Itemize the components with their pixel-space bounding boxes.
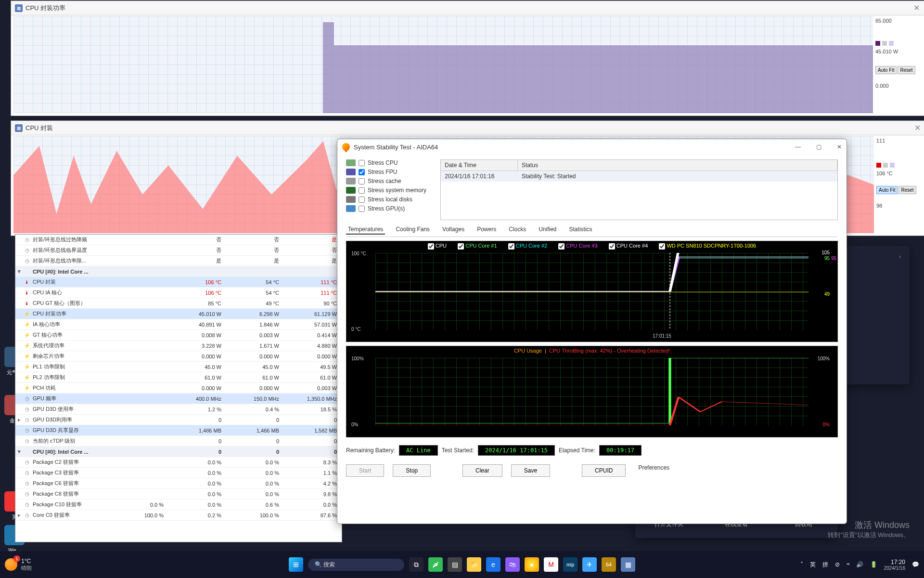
mcafee-icon[interactable]: M <box>544 557 558 572</box>
hw-row[interactable]: ⚡系统代理功率3.228 W1.671 W4.880 W <box>15 341 342 351</box>
hw-row[interactable]: ◷GPU D3D 共享显存1,486 MB1,466 MB1,582 MB <box>15 425 342 436</box>
window-titlebar[interactable]: ▦ CPU 封装功率 ✕ <box>11 1 924 15</box>
legend-value: 106 °C <box>876 171 924 176</box>
tray-lang[interactable]: 英 <box>810 561 816 569</box>
window-titlebar[interactable]: ▦ CPU 封装 ✕ <box>11 121 924 135</box>
cpuid-button[interactable]: CPUID <box>582 464 626 477</box>
hw-row[interactable]: ◷封装/环形总线功率限...是是是 <box>15 256 342 266</box>
tab-unified[interactable]: Unified <box>537 225 558 235</box>
hwinfo-taskbar-icon[interactable]: ▦ <box>621 557 635 572</box>
hw-row[interactable]: ◷GPU D3D 使用率1.2 %0.4 %18.5 % <box>15 404 342 415</box>
reset-button[interactable]: Reset <box>898 66 915 74</box>
hw-section-header[interactable]: ▾CPU [#0]: Intel Core ... <box>15 266 342 277</box>
hw-row[interactable]: ◷封装/环形总线临界温度否否否 <box>15 245 342 256</box>
hw-row[interactable]: 🌡CPU GT 核心（图形）85 °C49 °C90 °C <box>15 298 342 309</box>
status-row: Remaining Battery: AC Line Test Started:… <box>346 445 838 456</box>
stress-disk-checkbox[interactable]: Stress local disks <box>346 196 437 203</box>
explorer-icon[interactable]: 📁 <box>467 557 481 572</box>
y-max: 100 °C <box>351 251 366 256</box>
app-icon[interactable]: ▤ <box>448 557 462 572</box>
hw-row[interactable]: ▸◷GPU D3D利用率000 <box>15 415 342 425</box>
hw-row[interactable]: ◷Package C2 驻留率0.0 %0.0 %8.3 % <box>15 457 342 468</box>
autofit-button[interactable]: Auto Fit <box>876 186 898 194</box>
elapsed-label: Elapsed Time: <box>559 447 595 454</box>
task-view-icon[interactable]: ⧉ <box>409 557 424 572</box>
hw-row[interactable]: ⚡剩余芯片功率0.000 W0.000 W0.000 W <box>15 351 342 362</box>
hw-row[interactable]: ◷Package C3 驻留率0.0 %0.0 %1.1 % <box>15 468 342 478</box>
tray-network-icon[interactable]: ⊘ <box>835 561 840 568</box>
tab-clocks[interactable]: Clocks <box>507 225 528 235</box>
legend-wd[interactable]: WD PC SN810 SDCPNRY-1T00-1006 <box>654 243 761 249</box>
tray-battery-icon[interactable]: 🔋 <box>870 561 877 568</box>
hw-row[interactable]: ⚡PL2 功率限制61.0 W61.0 W61.0 W <box>15 372 342 383</box>
tab-statistics[interactable]: Statistics <box>567 225 594 235</box>
autofit-button[interactable]: Auto Fit <box>875 66 897 74</box>
save-button[interactable]: Save <box>511 464 550 477</box>
hw-row[interactable]: ◷当前的 cTDP 级别000 <box>15 436 342 447</box>
tab-voltages[interactable]: Voltages <box>440 225 466 235</box>
legend-core4[interactable]: CPU Core #4 <box>604 243 653 249</box>
stress-memory-checkbox[interactable]: Stress system memory <box>346 187 437 194</box>
hw-row[interactable]: ⚡PL1 功率限制45.0 W45.0 W49.5 W <box>15 362 342 372</box>
maximize-icon[interactable]: ▢ <box>816 144 821 150</box>
legend-core1[interactable]: CPU Core #1 <box>453 243 501 249</box>
stress-fpu-checkbox[interactable]: Stress FPU <box>346 169 437 175</box>
tab-temperatures[interactable]: Temperatures <box>346 225 385 235</box>
hw-row[interactable]: ◷Package C6 驻留率0.0 %0.0 %4.2 % <box>15 478 342 489</box>
weather-widget[interactable]: 1 1°C晴朗 <box>5 558 32 572</box>
hw-row[interactable]: ⚡CPU 封装功率45.010 W6.298 W61.129 W <box>15 309 342 319</box>
hw-row[interactable]: ◷Package C8 驻留率0.0 %0.0 %9.8 % <box>15 489 342 499</box>
window-titlebar[interactable]: System Stability Test - AIDA64 — ▢ ✕ <box>337 139 847 155</box>
stress-cache-checkbox[interactable]: Stress cache <box>346 178 437 184</box>
tray-clock[interactable]: 17:20 2024/1/16 <box>884 559 906 571</box>
legend-swatch <box>882 41 887 46</box>
tray-notification-icon[interactable]: 💬 <box>912 561 919 568</box>
store-icon[interactable]: 🛍 <box>505 557 520 572</box>
stress-cpu-checkbox[interactable]: Stress CPU <box>346 159 437 166</box>
edge-icon[interactable]: e <box>486 557 500 572</box>
clear-button[interactable]: Clear <box>462 464 502 477</box>
legend-swatch <box>889 41 894 46</box>
stress-gpu-checkbox[interactable]: Stress GPU(s) <box>346 205 437 212</box>
stop-button[interactable]: Stop <box>393 464 431 477</box>
taskbar[interactable]: 1 1°C晴朗 ⊞ 🔍 搜索 ⧉ 🌶 ▤ 📁 e 🛍 ● M mip ✈ 64 … <box>0 551 924 578</box>
tray-ime[interactable]: 拼 <box>822 561 828 569</box>
hw-row[interactable]: 🌡CPU IA 核心106 °C54 °C111 °C <box>15 288 342 298</box>
close-icon[interactable]: ✕ <box>911 123 923 132</box>
tray-wifi-icon[interactable]: ༄ <box>847 561 849 568</box>
hw-row[interactable]: ◷GPU 频率400.0 MHz150.0 MHz1,350.0 MHz <box>15 394 342 404</box>
hw-section-header[interactable]: ▾CPU [#0]: Intel Core ...000 <box>15 447 342 457</box>
weather-temp: 1°C <box>21 558 32 565</box>
hw-row[interactable]: ⚡GT 核心功率0.008 W0.003 W0.414 W <box>15 330 342 341</box>
legend-cpu[interactable]: CPU <box>423 243 451 249</box>
hw-row[interactable]: ◷封装/环形总线过热降频否否是 <box>15 235 342 245</box>
tray-volume-icon[interactable]: 🔊 <box>856 561 863 568</box>
app-icon[interactable]: ● <box>525 557 539 572</box>
minimize-icon[interactable]: — <box>795 144 801 150</box>
close-icon[interactable]: ✕ <box>911 3 922 13</box>
app-icon[interactable]: ✈ <box>582 557 597 572</box>
y-min: 0 °C <box>351 327 361 332</box>
aida64-taskbar-icon[interactable]: 64 <box>602 557 616 572</box>
close-icon[interactable]: ✕ <box>837 144 842 150</box>
tab-powers[interactable]: Powers <box>475 225 498 235</box>
hw-row[interactable]: 🌡CPU 封装106 °C54 °C111 °C <box>15 277 342 288</box>
hw-row[interactable]: ⚡PCH 功耗0.000 W0.000 W0.003 W <box>15 383 342 394</box>
start-icon[interactable]: ⊞ <box>289 557 303 572</box>
hwinfo-window: ◷封装/环形总线过热降频否否是◷封装/环形总线临界温度否否否◷封装/环形总线功率… <box>15 234 342 542</box>
hw-row[interactable]: ▸◷Core C0 驻留率100.0 %0.2 %100.0 %87.6 % <box>15 510 342 521</box>
hw-row[interactable]: ⚡IA 核心功率40.891 W1.846 W57.031 W <box>15 319 342 330</box>
preferences-link[interactable]: Preferences <box>638 464 669 477</box>
legend-core2[interactable]: CPU Core #2 <box>503 243 552 249</box>
search-box[interactable]: 🔍 搜索 <box>308 559 404 571</box>
tray-chevron-icon[interactable]: ˄ <box>800 561 803 568</box>
tab-cooling-fans[interactable]: Cooling Fans <box>394 225 432 235</box>
log-row[interactable]: 2024/1/16 17:01:16Stability Test: Starte… <box>441 171 837 182</box>
usage-graph: CPU Usage | CPU Throttling (max: 42%) - … <box>346 346 838 437</box>
app-icon[interactable]: mip <box>563 557 578 572</box>
start-button[interactable]: Start <box>346 464 384 477</box>
legend-core3[interactable]: CPU Core #3 <box>553 243 602 249</box>
reset-button[interactable]: Reset <box>898 186 916 194</box>
hw-row[interactable]: ◷Package C10 驻留率0.0 %0.0 %0.6 %0.0 % <box>15 499 342 510</box>
app-icon[interactable]: 🌶 <box>428 557 443 572</box>
